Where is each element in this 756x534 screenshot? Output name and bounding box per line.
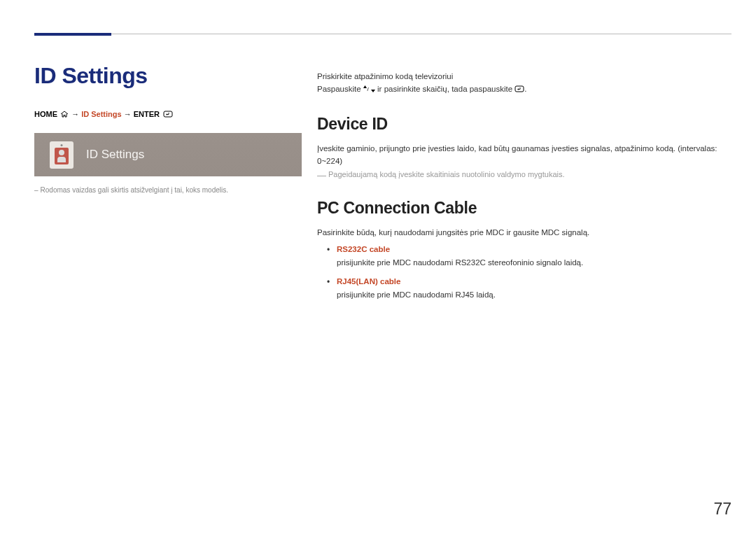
hint-dash: ― xyxy=(317,170,326,181)
top-border-accent xyxy=(34,33,111,36)
intro-line-2a: Paspauskite xyxy=(317,85,363,93)
svg-text:/: / xyxy=(367,86,369,92)
pc-cable-title: PC Connection Cable xyxy=(317,199,723,218)
device-id-title: Device ID xyxy=(317,115,723,134)
device-id-body: Įveskite gaminio, prijungto prie įvestie… xyxy=(317,142,723,168)
intro-text: Priskirkite atpažinimo kodą televizoriui… xyxy=(317,70,723,97)
home-icon xyxy=(60,111,69,119)
note-dash: – xyxy=(34,186,38,194)
list-item: RJ45(LAN) cable prisijunkite prie MDC na… xyxy=(317,276,723,302)
left-column: ID Settings HOME → ID Settings → ENTER I… xyxy=(34,63,304,194)
image-disclaimer-note: –Rodomas vaizdas gali skirtis atsižvelgi… xyxy=(34,186,304,194)
id-card-icon xyxy=(50,141,74,169)
enter-icon xyxy=(163,111,173,119)
nav-enter-label: ENTER xyxy=(134,110,160,118)
list-item: RS232C cable prisijunkite prie MDC naudo… xyxy=(317,244,723,269)
device-id-hint-text: Pageidaujamą kodą įveskite skaitiniais n… xyxy=(328,171,565,179)
image-note-text: Rodomas vaizdas gali skirtis atsižvelgia… xyxy=(41,186,228,194)
page-number: 77 xyxy=(713,500,732,519)
screenshot-label: ID Settings xyxy=(86,148,144,162)
cable-name: RS232C cable xyxy=(337,244,723,255)
top-border-line xyxy=(34,34,732,34)
intro-line-2b: ir pasirinkite skaičių, tada paspauskite xyxy=(375,85,514,93)
device-id-hint: ―Pageidaujamą kodą įveskite skaitiniais … xyxy=(317,170,723,181)
intro-line-2: Paspauskite / ir pasirinkite skaičių, ta… xyxy=(317,83,723,96)
svg-rect-0 xyxy=(164,111,172,117)
right-column: Priskirkite atpažinimo kodą televizoriui… xyxy=(317,70,723,309)
pc-cable-body: Pasirinkite būdą, kurį naudodami jungsit… xyxy=(317,226,723,239)
nav-path: HOME → ID Settings → ENTER xyxy=(34,110,304,119)
svg-rect-2 xyxy=(515,86,524,92)
screenshot-panel: ID Settings xyxy=(34,133,302,176)
nav-arrow-2: → xyxy=(124,110,132,118)
cable-name: RJ45(LAN) cable xyxy=(337,276,723,288)
nav-home-label: HOME xyxy=(34,110,57,118)
intro-line-2c: . xyxy=(524,85,526,93)
enter-icon-inline xyxy=(514,83,524,96)
up-down-arrow-icon: / xyxy=(363,83,375,96)
nav-arrow-1: → xyxy=(71,110,79,118)
nav-current-page: ID Settings xyxy=(81,110,121,118)
cable-desc: prisijunkite prie MDC naudodami RJ45 lai… xyxy=(337,290,496,299)
main-title: ID Settings xyxy=(34,63,304,89)
cable-desc: prisijunkite prie MDC naudodami RS232C s… xyxy=(337,258,583,267)
cable-list: RS232C cable prisijunkite prie MDC naudo… xyxy=(317,244,723,302)
intro-line-1: Priskirkite atpažinimo kodą televizoriui xyxy=(317,70,723,83)
